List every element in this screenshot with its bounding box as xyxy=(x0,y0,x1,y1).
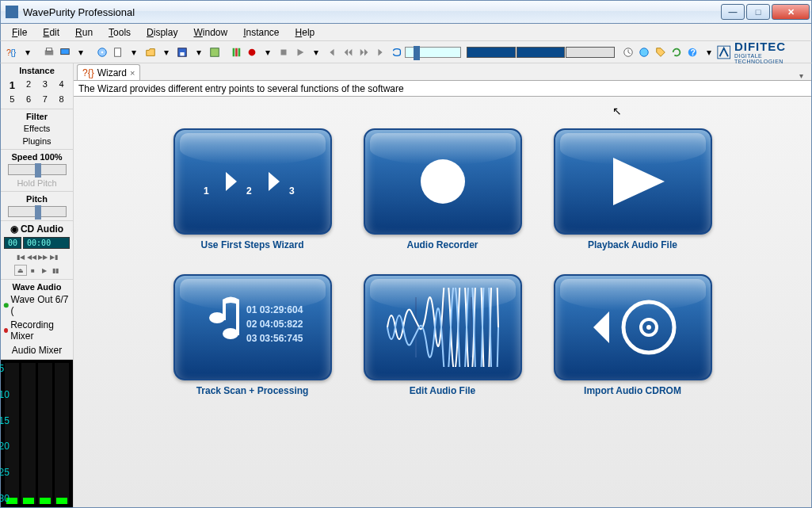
first-steps-button[interactable]: 123 xyxy=(173,128,332,235)
chevron-down-icon[interactable]: ▾ xyxy=(127,44,142,61)
print-icon[interactable] xyxy=(41,44,56,61)
speed-slider[interactable] xyxy=(8,164,67,175)
tab-dropdown-icon[interactable]: ▾ xyxy=(795,71,808,80)
rewind-icon[interactable] xyxy=(341,44,356,61)
refresh-icon[interactable] xyxy=(669,44,684,61)
instance-7[interactable]: 7 xyxy=(37,93,54,105)
cd-icon[interactable] xyxy=(94,44,109,61)
menu-window[interactable]: Window xyxy=(187,25,234,40)
hold-pitch-link[interactable]: Hold Pitch xyxy=(1,177,73,189)
menu-tools[interactable]: Tools xyxy=(102,25,137,40)
playback-button[interactable] xyxy=(554,128,712,235)
chevron-down-icon[interactable]: ▾ xyxy=(20,44,35,61)
save-icon[interactable] xyxy=(175,44,190,61)
chevron-down-icon[interactable]: ▾ xyxy=(74,44,89,61)
edit-audio-button[interactable] xyxy=(364,274,522,380)
cd-pause-icon[interactable]: ▮▮ xyxy=(51,265,60,275)
chevron-down-icon[interactable]: ▾ xyxy=(701,44,716,61)
import-cdrom-button[interactable] xyxy=(554,274,712,380)
clock-icon[interactable] xyxy=(620,44,635,61)
plugins-link[interactable]: Plugins xyxy=(1,135,73,147)
loop-icon[interactable] xyxy=(389,44,404,61)
record-icon[interactable] xyxy=(244,44,259,61)
recording-mixer-item[interactable]: Recording Mixer xyxy=(1,318,73,343)
wave-out-item[interactable]: Wave Out 6/7 ( xyxy=(1,292,73,318)
cd-play-icon[interactable]: ▶ xyxy=(40,265,49,275)
audio-recorder-button[interactable] xyxy=(364,128,522,235)
instance-4[interactable]: 4 xyxy=(53,78,70,93)
maximize-button[interactable]: □ xyxy=(746,4,770,20)
close-button[interactable]: ✕ xyxy=(772,4,810,20)
audio-mixer-item[interactable]: Audio Mixer xyxy=(1,343,73,357)
play-icon[interactable] xyxy=(292,44,307,61)
filter-panel: Filter Effects Plugins xyxy=(1,109,73,150)
window-title: WavePurity Professional xyxy=(23,6,721,18)
chevron-down-icon[interactable]: ▾ xyxy=(260,44,275,61)
display-icon[interactable] xyxy=(57,44,72,61)
export-icon[interactable] xyxy=(207,44,222,61)
instance-6[interactable]: 6 xyxy=(21,93,37,105)
instance-title: Instance xyxy=(1,65,73,76)
level-meters: -5-10-15-20-25-30 xyxy=(1,360,73,507)
svg-rect-7 xyxy=(115,48,121,56)
content-area: ?{} Wizard × ▾ The Wizard provides diffe… xyxy=(74,63,811,507)
minimize-button[interactable]: — xyxy=(721,4,745,20)
open-icon[interactable] xyxy=(143,44,158,61)
instance-1[interactable]: 1 xyxy=(4,78,21,93)
position-slider[interactable] xyxy=(405,47,460,58)
help-icon[interactable]: ? xyxy=(685,44,700,61)
level-icon[interactable] xyxy=(228,44,243,61)
forward-icon[interactable] xyxy=(356,44,372,61)
cursor-icon: ↖ xyxy=(612,105,622,117)
cd-eject-icon[interactable]: ⏏ xyxy=(14,265,27,276)
instance-8[interactable]: 8 xyxy=(53,93,70,105)
wave-panel: Wave Audio Wave Out 6/7 ( Recording Mixe… xyxy=(1,280,73,360)
skip-end-icon[interactable] xyxy=(373,44,388,61)
playback-label: Playback Audio File xyxy=(588,239,677,250)
toolbar: ?{} ▾ ▾ ▾ ▾ ▾ ▾ ▾ ? ▾ DIFITEC DIGITALE T… xyxy=(0,41,812,63)
speed-title: Speed 100% xyxy=(1,151,73,162)
cd-stop-icon[interactable]: ■ xyxy=(29,265,38,275)
cd-time: 00:00 xyxy=(23,237,70,249)
cd-forward-icon[interactable]: ▶▶ xyxy=(38,252,48,262)
globe-icon[interactable] xyxy=(637,44,652,61)
svg-point-24 xyxy=(421,159,465,204)
pitch-panel: Pitch xyxy=(1,192,73,221)
instance-3[interactable]: 3 xyxy=(37,78,54,93)
cd-title: ◉ CD Audio xyxy=(1,223,73,235)
svg-point-34 xyxy=(646,325,651,330)
skip-start-icon[interactable] xyxy=(325,44,340,61)
menu-help[interactable]: Help xyxy=(289,25,322,40)
stop-icon[interactable] xyxy=(276,44,292,61)
menu-file[interactable]: File xyxy=(6,25,33,40)
cd-prev-track-icon[interactable]: ▮◀ xyxy=(16,252,25,262)
chevron-down-icon[interactable]: ▾ xyxy=(191,44,206,61)
info-bar: The Wizard provides different entry poin… xyxy=(74,81,811,97)
chevron-down-icon[interactable]: ▾ xyxy=(308,44,323,61)
menu-run[interactable]: Run xyxy=(69,25,99,40)
chevron-down-icon[interactable]: ▾ xyxy=(158,44,173,61)
instance-5[interactable]: 5 xyxy=(4,93,21,105)
new-icon[interactable] xyxy=(110,44,125,61)
cd-rewind-icon[interactable]: ◀◀ xyxy=(27,252,36,262)
wizard-icon[interactable]: ?{} xyxy=(4,44,19,61)
titlebar: WavePurity Professional — □ ✕ xyxy=(0,0,812,24)
pitch-slider[interactable] xyxy=(8,206,67,217)
effects-link[interactable]: Effects xyxy=(1,122,73,135)
meter-left-2 xyxy=(21,363,36,504)
track-scan-button[interactable]: 01 03:29:604 02 04:05:822 03 03:56:745 xyxy=(173,274,332,380)
menu-instance[interactable]: Instance xyxy=(237,25,285,40)
tab-wizard[interactable]: ?{} Wizard × xyxy=(77,64,140,80)
menu-edit[interactable]: Edit xyxy=(36,25,66,40)
tab-close-icon[interactable]: × xyxy=(130,68,135,78)
brand-text: DIFITEC xyxy=(734,40,803,53)
menu-display[interactable]: Display xyxy=(140,25,184,40)
instance-2[interactable]: 2 xyxy=(21,78,37,93)
svg-rect-12 xyxy=(235,48,238,56)
cd-next-track-icon[interactable]: ▶▮ xyxy=(49,252,59,262)
svg-rect-15 xyxy=(281,49,287,55)
meter-right-1 xyxy=(38,363,52,504)
tag-icon[interactable] xyxy=(653,44,668,61)
svg-rect-11 xyxy=(232,48,234,56)
menubar: File Edit Run Tools Display Window Insta… xyxy=(0,24,812,41)
